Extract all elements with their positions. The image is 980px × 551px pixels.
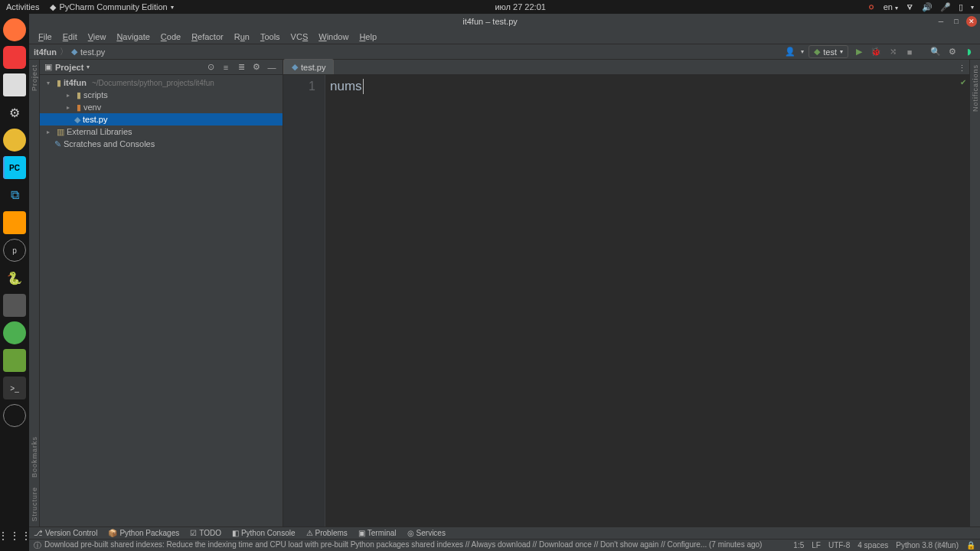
tool-window-todo[interactable]: ☑TODO [190,529,221,537]
menu-window[interactable]: Window [314,31,353,43]
collapse-all-button[interactable]: ≣ [235,61,247,73]
search-everywhere-button[interactable]: 🔍 [929,46,942,58]
screencast-icon[interactable]: ⭘ [867,2,876,11]
dock-sublime[interactable] [3,211,26,234]
menu-refactor[interactable]: Refactor [187,31,228,43]
menu-file[interactable]: File [34,31,57,43]
lock-icon[interactable]: 🔒 [966,541,975,549]
dock-intellij[interactable] [3,294,26,317]
run-button[interactable]: ▶ [853,46,865,58]
dock-python[interactable]: 🐍 [3,266,26,289]
tool-window-structure[interactable]: Structure [31,482,38,527]
tree-item-label: venv [83,103,101,112]
stop-button[interactable]: ■ [903,46,916,58]
tool-window-services[interactable]: ◎Services [407,529,446,537]
status-message[interactable]: Download pre-built shared indexes: Reduc… [44,540,762,551]
vcs-icon: ⎇ [34,529,43,537]
dock-app-yellow[interactable] [3,129,26,152]
breadcrumb-file[interactable]: test.py [80,47,105,57]
tool-window-notifications[interactable]: Notifications [972,60,979,116]
activities-button[interactable]: Activities [6,2,39,11]
run-configuration-selector[interactable]: ◆ test ▾ [808,45,848,58]
run-with-coverage-button[interactable]: ⤭ [887,46,899,58]
debug-button[interactable]: 🐞 [870,46,882,58]
status-encoding[interactable]: UTF-8 [828,541,850,549]
status-caret-position[interactable]: 1:5 [793,541,804,549]
dock-obs[interactable] [3,404,26,427]
add-user-icon[interactable]: 👤 [784,46,796,58]
menu-vcs[interactable]: VCS [286,31,313,43]
app-indicator[interactable]: ◆ PyCharm Community Edition ▾ [50,2,173,12]
input-lang[interactable]: en ▾ [884,2,898,11]
menu-run[interactable]: Run [230,31,254,43]
dock-pycharm[interactable]: PC [3,156,26,179]
tool-window-terminal[interactable]: ▣Terminal [358,529,397,537]
breadcrumb-root[interactable]: it4fun [34,47,57,57]
expand-all-button[interactable]: ≡ [220,61,232,73]
volume-icon[interactable]: 🔊 [922,2,933,12]
dock-vivaldi[interactable] [3,46,26,69]
menu-tools[interactable]: Tools [256,31,285,43]
tool-label: Version Control [45,529,97,537]
menu-code[interactable]: Code [156,31,185,43]
status-interpreter[interactable]: Python 3.8 (it4fun) [896,541,959,549]
tree-file-testpy[interactable]: ◆ test.py [40,113,283,126]
menu-navigate[interactable]: Navigate [112,31,154,43]
tree-folder-venv[interactable]: ▸ ▮ venv [40,101,283,113]
inspection-ok-icon[interactable]: ✔ [960,78,966,86]
hide-panel-button[interactable]: — [266,61,278,73]
select-opened-file-button[interactable]: ⊙ [204,61,217,73]
tree-expand-arrow[interactable]: ▸ [67,104,74,111]
tool-window-project[interactable]: Project [31,60,38,96]
dock-apps-grid[interactable]: ⋮⋮⋮ [0,530,32,542]
todo-icon: ☑ [190,529,197,537]
editor-tab-testpy[interactable]: ◆ test.py [283,59,334,74]
tree-root-label: it4fun [64,78,87,87]
tool-window-problems[interactable]: ⚠Problems [306,529,348,537]
window-minimize-button[interactable]: ─ [936,16,946,27]
dock-app-green[interactable] [3,321,26,344]
tool-window-python-packages[interactable]: 📦Python Packages [108,529,179,537]
ide-settings-button[interactable]: ⚙ [946,46,959,58]
tree-scratches[interactable]: ✎ Scratches and Consoles [40,138,283,150]
dock-notes[interactable] [3,349,26,372]
project-view-selector[interactable]: ▾ [87,64,90,70]
tree-folder-scripts[interactable]: ▸ ▮ scripts [40,89,283,101]
dock-firefox[interactable] [3,18,26,41]
dock-settings[interactable]: ⚙ [3,101,26,124]
status-line-separator[interactable]: LF [812,541,821,549]
project-settings-button[interactable]: ⚙ [250,61,263,73]
code-with-me-button[interactable]: ◗ [963,46,975,58]
dock-terminal[interactable]: >_ [3,377,26,399]
tree-root-folder[interactable]: ▾ ▮ it4fun ~/Documents/python_projects/i… [40,77,283,89]
tool-window-bookmarks[interactable]: Bookmarks [31,432,38,482]
code-area[interactable]: nums [325,75,969,527]
info-icon[interactable]: ⓘ [34,540,41,551]
tree-expand-arrow[interactable]: ▾ [47,80,54,86]
editor-body[interactable]: 1 nums ✔ [283,75,969,527]
tree-expand-arrow[interactable]: ▸ [47,129,54,135]
status-bar: ⓘ Download pre-built shared indexes: Red… [29,539,980,551]
window-close-button[interactable]: ✕ [966,16,977,27]
project-tree[interactable]: ▾ ▮ it4fun ~/Documents/python_projects/i… [40,75,283,527]
window-maximize-button[interactable]: □ [951,16,962,27]
tool-window-python-console[interactable]: ◧Python Console [232,529,296,537]
package-icon: 📦 [108,529,117,537]
dock-files[interactable] [3,73,26,96]
clock[interactable]: июл 27 22:01 [174,2,867,11]
menu-view[interactable]: View [83,31,111,43]
tree-external-libraries[interactable]: ▸ ▥ External Libraries [40,126,283,138]
system-menu-caret[interactable]: ▾ [971,4,974,11]
dock-vscode[interactable]: ⧉ [3,184,26,207]
menu-edit[interactable]: Edit [58,31,82,43]
wifi-icon[interactable]: ⛛ [906,2,914,11]
dock-app-circle1[interactable]: p [3,239,26,262]
editor-tabs-menu[interactable]: ⋮ [957,62,969,74]
project-header-label[interactable]: Project [55,63,83,72]
tree-expand-arrow[interactable]: ▸ [67,92,74,99]
mic-icon[interactable]: 🎤 [940,2,951,12]
status-indent[interactable]: 4 spaces [858,541,888,549]
battery-icon[interactable]: ▯ [959,2,963,12]
menu-help[interactable]: Help [354,31,381,43]
tool-window-vcs[interactable]: ⎇Version Control [34,529,97,537]
